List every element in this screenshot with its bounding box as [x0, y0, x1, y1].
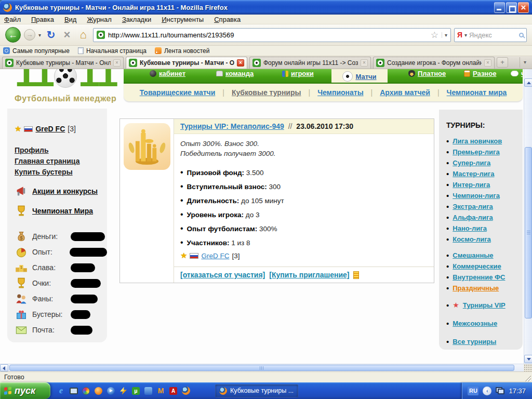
scroll-left-icon[interactable] [0, 364, 8, 371]
holiday-link[interactable]: Праздничные [453, 283, 499, 294]
qip-icon[interactable] [94, 387, 103, 395]
firefox-icon[interactable] [181, 387, 190, 395]
menu-bookmarks[interactable]: Закладки [122, 16, 151, 23]
sidebar-link-profile[interactable]: Профиль [15, 145, 107, 156]
tab-close-icon[interactable]: × [484, 59, 491, 66]
nav-cabinet[interactable]: кабинет [150, 70, 185, 77]
forward-button[interactable]: → [24, 29, 35, 41]
menu-help[interactable]: Справка [214, 16, 241, 23]
nav-team[interactable]: команда [216, 70, 254, 77]
subnav-friendly-matches[interactable]: Товарищеские матчи [140, 88, 216, 97]
menu-history[interactable]: Журнал [87, 16, 111, 23]
horizontal-scroll-thumb[interactable] [9, 365, 514, 371]
withdraw-link[interactable]: [отказаться от участия] [180, 271, 265, 279]
promo-contests-link[interactable]: Акции и конкурсы [32, 187, 98, 195]
wmp-icon[interactable] [107, 387, 115, 395]
adobe-reader-icon[interactable]: A [169, 387, 178, 395]
subnav-championships[interactable]: Чемпионаты [317, 88, 363, 97]
language-indicator[interactable]: RU [468, 387, 478, 395]
league-link[interactable]: Премьер-лига [453, 147, 499, 157]
yandex-engine-icon[interactable]: Я [457, 31, 462, 39]
nav-players[interactable]: игроки [282, 70, 314, 77]
type-link[interactable]: Коммерческие [453, 261, 501, 272]
tab-4[interactable]: Создание игрока - Форум онлайн иг... × [373, 57, 495, 69]
nav-paid[interactable]: Платное [408, 70, 446, 77]
nav-misc[interactable]: Разное [464, 70, 496, 77]
network-icon[interactable] [496, 387, 504, 394]
titlebar[interactable]: Кубковые турниры - Матчи - Онлайн игра 1… [0, 0, 532, 15]
promo-world-cup-link[interactable]: Чемпионат Мира [32, 207, 93, 215]
league-link[interactable]: Интер-лига [453, 179, 490, 190]
menu-edit[interactable]: Правка [31, 16, 54, 23]
bookmark-most-popular[interactable]: Самые популярные [3, 47, 70, 55]
league-link[interactable]: Космо-лига [453, 234, 491, 245]
buy-invitation-link[interactable]: [Купить приглашение] [269, 271, 349, 279]
utorrent-icon[interactable]: µ [131, 387, 140, 395]
winamp-icon[interactable] [119, 387, 128, 395]
taskbar-task-firefox[interactable]: Кубковые турниры ... [215, 384, 298, 397]
all-tournaments-link[interactable]: Все турниры [453, 336, 496, 347]
tournament-title-link[interactable]: Турниры VIP: Мегаполис-949 [180, 122, 284, 130]
new-tab-button[interactable]: + [497, 57, 508, 68]
sidebar-link-buy-boosters[interactable]: Купить бустеры [15, 167, 107, 178]
tray-clock[interactable]: 17:37 [509, 387, 526, 395]
interunion-link[interactable]: Межсоюзные [453, 318, 497, 329]
search-input[interactable] [469, 31, 506, 39]
subnav-cup-tournaments-current[interactable]: Кубковые турниры [232, 88, 301, 97]
show-desktop-icon[interactable] [69, 387, 78, 395]
team-link[interactable]: GreD FC [35, 125, 65, 133]
type-link[interactable]: Внутренние ФС [453, 272, 505, 283]
home-icon[interactable]: ⌂ [76, 29, 90, 41]
engine-dropdown-icon[interactable]: ▾ [464, 32, 467, 38]
search-box[interactable]: Я ▾ [454, 28, 527, 42]
tab-close-icon[interactable]: × [113, 59, 121, 66]
history-dropdown-icon[interactable]: ▾ [38, 32, 41, 38]
participant-team-link[interactable]: GreD FC [201, 252, 229, 260]
subnav-match-archive[interactable]: Архив матчей [380, 88, 430, 97]
resize-grip[interactable] [524, 375, 531, 381]
stop-icon[interactable]: × [61, 29, 73, 41]
league-link[interactable]: Мастер-лига [453, 168, 494, 179]
tab-close-icon[interactable]: × [237, 59, 244, 66]
subnav-world-championship[interactable]: Чемпионат мира [447, 88, 507, 97]
sidebar-link-main-page[interactable]: Главная страница [15, 156, 107, 167]
league-link[interactable]: Чемпион-лига [453, 190, 500, 201]
menu-view[interactable]: Вид [64, 16, 77, 23]
menu-tools[interactable]: Инструменты [162, 16, 204, 23]
league-link[interactable]: Супер-лига [453, 157, 490, 168]
refresh-icon[interactable]: ↻ [44, 29, 58, 41]
messenger-icon[interactable] [144, 387, 153, 395]
nav-matches-active[interactable]: Матчи [331, 69, 388, 84]
tab-2-active[interactable]: Кубковые турниры - Матчи - О... × [126, 57, 247, 69]
scroll-up-icon[interactable] [524, 78, 532, 87]
back-button[interactable]: ← [5, 27, 21, 43]
league-link[interactable]: Экстра-лига [453, 201, 493, 212]
league-link[interactable]: Альфа-лига [453, 212, 493, 223]
vip-tournaments-link[interactable]: Турниры VIP [463, 300, 506, 311]
scroll-down-icon[interactable] [524, 355, 532, 363]
webmoney-icon[interactable] [82, 387, 90, 395]
restore-button[interactable] [506, 2, 517, 13]
bookmark-news-feed[interactable]: Лента новостей [155, 47, 210, 55]
ie-icon[interactable]: e [57, 387, 65, 395]
tab-close-icon[interactable]: × [361, 59, 368, 66]
vertical-scrollbar[interactable] [524, 69, 532, 364]
close-button[interactable] [518, 2, 529, 13]
menu-file[interactable]: Файл [4, 16, 21, 23]
search-go-icon[interactable] [519, 33, 524, 37]
type-link[interactable]: Смешанные [453, 250, 493, 261]
bookmark-home-page[interactable]: Начальная страница [78, 47, 147, 55]
horizontal-scrollbar[interactable] [0, 364, 532, 371]
tab-1[interactable]: Кубковые турниры - Матчи - Онлай... × [2, 57, 124, 69]
list-all-tabs-icon[interactable]: ▾ [520, 57, 530, 68]
league-link[interactable]: Лига новичков [453, 136, 502, 147]
url-input[interactable] [108, 31, 428, 39]
url-dropdown-icon[interactable]: ▾ [442, 32, 447, 38]
start-button[interactable]: пуск [0, 382, 50, 399]
minimize-button[interactable] [494, 2, 505, 13]
league-link[interactable]: Нано-лига [453, 223, 487, 234]
tab-3[interactable]: Форум онлайн игры 11x11 -> Созда... × [249, 57, 371, 69]
bookmark-star-icon[interactable]: ☆ [431, 30, 438, 41]
nav-chat[interactable]: чат [2] [511, 70, 523, 77]
url-bar[interactable]: ☆ ▾ [93, 28, 451, 42]
